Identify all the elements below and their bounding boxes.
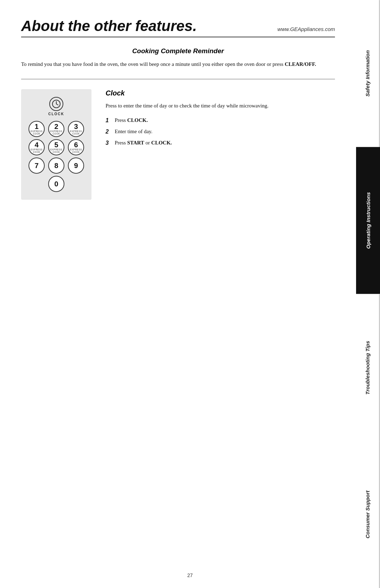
keypad-box: CLOCK 1 EXPRESS COOK 2 EXPRESS COOK 3 EX… (21, 89, 91, 200)
page-title: About the other features. (21, 18, 197, 35)
clock-icon-area: CLOCK (48, 97, 64, 116)
main-content: About the other features. www.GEApplianc… (0, 0, 356, 221)
keypad-row-1: 1 EXPRESS COOK 2 EXPRESS COOK 3 EXPRESS … (28, 121, 84, 137)
clock-steps: 1 Press CLOCK. 2 Enter time of day. 3 Pr… (106, 116, 335, 147)
keypad-row-4: 0 (48, 176, 64, 192)
keypad-row-2: 4 EXPRESS COOK 5 EXPRESS COOK 6 EXPRESS … (28, 139, 84, 155)
key-1: 1 EXPRESS COOK (28, 121, 45, 137)
key-9: 9 (68, 157, 84, 174)
key-2: 2 EXPRESS COOK (48, 121, 64, 137)
cooking-complete-section: Cooking Complete Reminder To remind you … (21, 47, 335, 68)
sidebar-tab-safety[interactable]: Safety Information (356, 0, 380, 147)
key-5: 5 EXPRESS COOK (48, 139, 64, 155)
sidebar-tab-operating[interactable]: Operating Instructions (356, 147, 380, 294)
sidebar-tab-safety-label: Safety Information (365, 50, 370, 97)
sidebar-tab-consumer[interactable]: Consumer Support (356, 441, 380, 588)
svg-line-2 (56, 104, 58, 105)
clock-button (49, 97, 63, 111)
sidebar-tab-operating-label: Operating Instructions (365, 192, 371, 249)
header-divider (21, 37, 335, 37)
cooking-complete-body-text: To remind you that you have food in the … (21, 61, 285, 67)
sidebar-tab-consumer-label: Consumer Support (365, 490, 370, 538)
clock-icon (51, 99, 61, 109)
clock-key-label: CLOCK (48, 112, 64, 116)
sidebar-tab-troubleshooting-label: Troubleshooting Tips (365, 341, 370, 395)
key-4: 4 EXPRESS COOK (28, 139, 45, 155)
key-6: 6 EXPRESS COOK (68, 139, 84, 155)
page-number: 27 (187, 572, 193, 578)
key-0: 0 (48, 176, 64, 192)
cooking-complete-body: To remind you that you have food in the … (21, 60, 335, 68)
clock-step-2: 2 Enter time of day. (106, 128, 335, 136)
clock-body: Press to enter the time of day or to che… (106, 101, 335, 110)
website-url: www.GEAppliances.com (278, 26, 335, 32)
section-divider (21, 79, 335, 79)
clock-step-1: 1 Press CLOCK. (106, 116, 335, 125)
sidebar: Safety Information Operating Instruction… (356, 0, 380, 588)
cooking-complete-title: Cooking Complete Reminder (21, 47, 335, 55)
clock-section: CLOCK 1 EXPRESS COOK 2 EXPRESS COOK 3 EX… (21, 89, 335, 200)
key-7: 7 (28, 157, 45, 174)
clock-step-3: 3 Press START or CLOCK. (106, 139, 335, 147)
key-8: 8 (48, 157, 64, 174)
sidebar-tab-troubleshooting[interactable]: Troubleshooting Tips (356, 294, 380, 441)
clock-heading: Clock (106, 89, 335, 97)
key-3: 3 EXPRESS COOK (68, 121, 84, 137)
clock-description: Clock Press to enter the time of day or … (106, 89, 335, 150)
cooking-complete-bold: CLEAR/OFF. (285, 61, 316, 67)
keypad-row-3: 7 8 9 (28, 157, 84, 174)
page-header: About the other features. www.GEApplianc… (21, 18, 335, 35)
